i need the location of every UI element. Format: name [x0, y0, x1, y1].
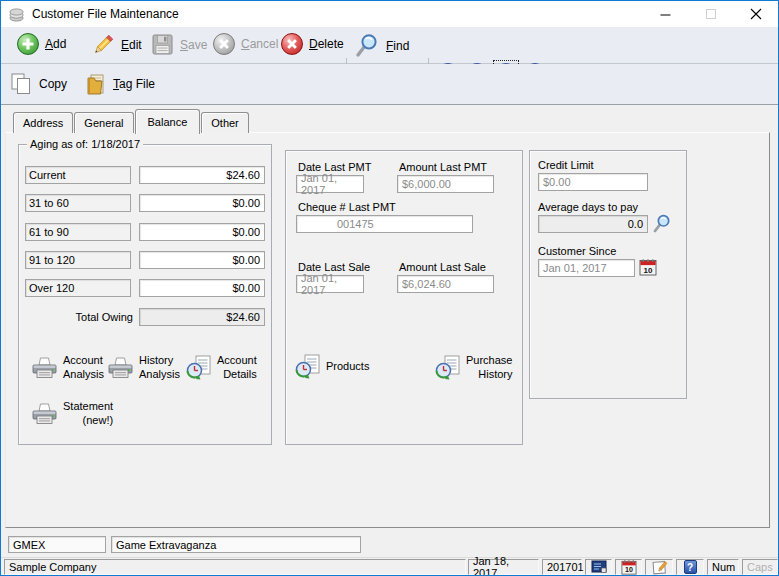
status-help-button[interactable]: ? — [676, 559, 704, 575]
credit-group: Credit Limit $0.00 Average days to pay 0… — [529, 150, 687, 399]
find-magnifier-icon — [353, 32, 380, 59]
status-calendar-button[interactable]: 10 — [615, 559, 642, 575]
status-company-select-button[interactable] — [585, 559, 612, 575]
aging-row-label: Over 120 — [25, 279, 131, 297]
tab-general-label: General — [84, 117, 123, 129]
status-company-text: Sample Company — [9, 561, 96, 573]
tab-other[interactable]: Other — [201, 112, 249, 133]
printer-icon — [31, 355, 58, 379]
amount-last-sale-field: $6,024.60 — [397, 275, 494, 293]
printer-icon — [107, 355, 134, 379]
tab-address-label: Address — [23, 117, 63, 129]
tab-balance-label: Balance — [148, 116, 188, 128]
customer-file-maintenance-window: Customer File Maintenance Add — [0, 0, 779, 576]
cancel-icon — [213, 33, 235, 55]
maximize-icon — [706, 9, 716, 19]
payment-group: Date Last PMT Jan 01, 2017 Amount Last P… — [285, 150, 523, 445]
calendar-icon: 10 — [621, 560, 637, 575]
svg-text:10: 10 — [625, 566, 633, 573]
minimize-button[interactable] — [643, 1, 688, 27]
balance-tab-page: Aging as of: 1/18/2017 Current $24.60 31… — [5, 132, 770, 528]
copy-button[interactable]: Copy — [9, 72, 67, 96]
status-period-panel: 201701 — [542, 559, 582, 575]
help-icon: ? — [684, 560, 697, 574]
account-details-button[interactable]: Account Details — [185, 353, 257, 382]
history-products-icon — [294, 353, 321, 380]
tab-balance[interactable]: Balance — [135, 109, 201, 134]
secondary-toolbar: Copy Tag File — [1, 64, 778, 105]
tab-general[interactable]: General — [74, 112, 133, 133]
add-button[interactable]: Add — [17, 33, 66, 55]
copy-icon — [9, 72, 33, 96]
delete-button[interactable]: Delete — [281, 33, 344, 55]
aging-current-field[interactable]: $24.60 — [139, 166, 265, 184]
close-button[interactable] — [733, 1, 778, 27]
aging-row-label: 91 to 120 — [25, 251, 131, 269]
app-icon — [8, 6, 25, 23]
save-floppy-icon — [151, 33, 174, 56]
customer-since-label: Customer Since — [538, 245, 616, 257]
avg-days-to-pay-field: 0.0 — [538, 215, 648, 233]
history-purchase-icon — [434, 354, 461, 381]
amount-last-sale-label: Amount Last Sale — [399, 261, 486, 273]
status-date-panel: Jan 18, 2017 — [468, 559, 539, 575]
maximize-button — [688, 1, 733, 27]
avg-days-drilldown-magnifier-icon[interactable] — [651, 213, 672, 234]
statement-button[interactable]: Statement (new!) — [31, 399, 113, 428]
status-caps-lock-indicator: Caps — [742, 559, 778, 575]
edit-button[interactable]: Edit — [91, 33, 142, 57]
status-notes-button[interactable] — [645, 559, 673, 575]
company-list-icon — [591, 560, 607, 574]
total-owing-field: $24.60 — [139, 308, 265, 326]
customer-since-calendar-icon[interactable]: 10 — [639, 259, 657, 276]
avg-days-to-pay-label: Average days to pay — [538, 201, 638, 213]
delete-icon — [281, 33, 303, 55]
amount-last-pmt-field: $6,000.00 — [397, 175, 494, 193]
status-num-lock-indicator: Num — [707, 559, 739, 575]
main-toolbar: Add Edit Save — [1, 27, 778, 64]
aging-group: Aging as of: 1/18/2017 Current $24.60 31… — [18, 144, 272, 445]
tab-address[interactable]: Address — [13, 112, 73, 133]
status-date-text: Jan 18, 2017 — [473, 555, 534, 576]
credit-limit-label: Credit Limit — [538, 159, 594, 171]
aging-91-120-field[interactable]: $0.00 — [139, 251, 265, 269]
cancel-button: Cancel — [213, 33, 278, 55]
form-area: Address General Balance Other Aging as o… — [1, 105, 778, 575]
status-bar: Sample Company Jan 18, 2017 201701 — [1, 557, 778, 576]
amount-last-pmt-label: Amount Last PMT — [399, 161, 487, 173]
tab-strip: Address General Balance Other — [13, 111, 250, 133]
customer-code-field[interactable]: GMEX — [8, 536, 106, 553]
window-title: Customer File Maintenance — [32, 7, 179, 21]
customer-name-field[interactable]: Game Extravaganza — [111, 536, 361, 553]
tab-other-label: Other — [211, 117, 239, 129]
purchase-history-button[interactable]: Purchase History — [434, 353, 512, 382]
aging-row-label: 31 to 60 — [25, 194, 131, 212]
history-details-icon — [185, 354, 212, 381]
aging-61-90-field[interactable]: $0.00 — [139, 223, 265, 241]
tag-file-folder-icon — [85, 72, 107, 96]
aging-row-label: 61 to 90 — [25, 223, 131, 241]
svg-text:10: 10 — [644, 266, 653, 275]
aging-over-120-field[interactable]: $0.00 — [139, 279, 265, 297]
cheque-number-field: 001475 — [296, 215, 473, 233]
save-button: Save — [151, 33, 207, 56]
titlebar: Customer File Maintenance — [1, 1, 778, 27]
find-button[interactable]: Find — [353, 32, 409, 59]
status-period-text: 201701 — [547, 561, 584, 573]
products-button[interactable]: Products — [294, 353, 369, 380]
printer-icon — [31, 401, 58, 425]
status-company-panel: Sample Company — [4, 559, 466, 575]
customer-since-field: Jan 01, 2017 — [538, 259, 635, 277]
edit-pencil-icon — [91, 33, 115, 57]
close-icon — [750, 8, 762, 20]
aging-31-60-field[interactable]: $0.00 — [139, 194, 265, 212]
note-pencil-icon — [651, 560, 668, 575]
account-analysis-button[interactable]: Account Analysis — [31, 353, 104, 382]
credit-limit-field: $0.00 — [538, 173, 648, 191]
history-analysis-button[interactable]: History Analysis — [107, 353, 180, 382]
total-owing-label: Total Owing — [25, 311, 133, 323]
minimize-icon — [660, 9, 671, 20]
aging-group-title: Aging as of: 1/18/2017 — [27, 138, 143, 150]
aging-row-label: Current — [25, 166, 131, 184]
tag-file-button[interactable]: Tag File — [85, 72, 155, 96]
